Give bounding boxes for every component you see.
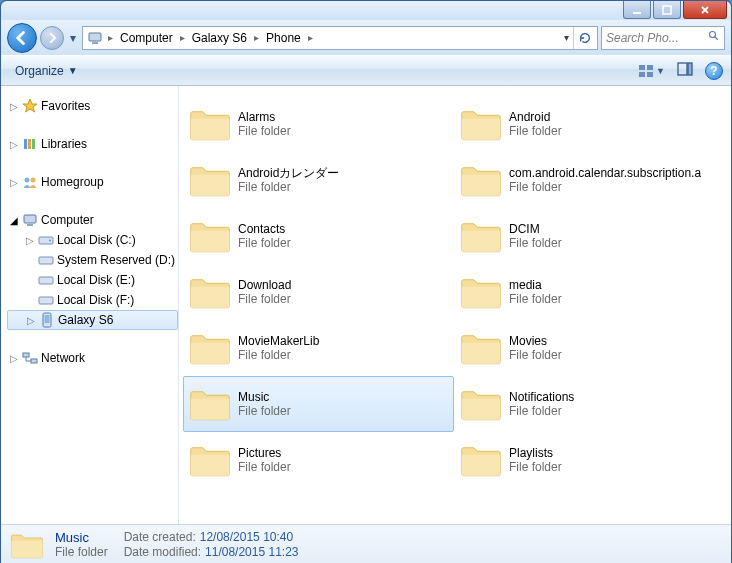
date-modified-value: 11/08/2015 11:23 [205, 545, 298, 559]
svg-rect-8 [647, 72, 653, 77]
expander-icon[interactable]: ▷ [25, 235, 35, 246]
nav-libraries[interactable]: ▷ Libraries [7, 134, 178, 154]
computer-icon [87, 30, 103, 46]
folder-name: Download [238, 278, 291, 292]
folder-item[interactable]: AndroidFile folder [454, 96, 725, 152]
folder-item[interactable]: MoviesFile folder [454, 320, 725, 376]
nav-drive[interactable]: Local Disk (E:) [7, 270, 178, 290]
svg-rect-12 [28, 139, 31, 149]
details-type: File folder [55, 545, 108, 559]
expander-icon[interactable]: ▷ [9, 101, 19, 112]
help-button[interactable]: ? [705, 62, 723, 80]
expander-icon[interactable]: ▷ [9, 139, 19, 150]
folder-item[interactable]: AndroidカレンダーFile folder [183, 152, 454, 208]
navigation-pane: ▷ Favorites ▷ Libraries ▷ [1, 86, 179, 524]
details-name: Music [55, 530, 108, 546]
svg-rect-24 [45, 315, 50, 323]
folder-type: File folder [509, 460, 562, 474]
close-button[interactable] [683, 1, 727, 19]
chevron-right-icon[interactable]: ▸ [105, 32, 116, 43]
svg-point-19 [49, 240, 51, 242]
folder-name: DCIM [509, 222, 562, 236]
folder-item[interactable]: mediaFile folder [454, 264, 725, 320]
svg-rect-7 [639, 72, 645, 77]
refresh-button[interactable] [573, 27, 595, 49]
folder-name: media [509, 278, 562, 292]
nav-device-galaxy-s6[interactable]: ▷ Galaxy S6 [7, 310, 178, 330]
folder-name: Android [509, 110, 562, 124]
computer-icon [22, 212, 38, 228]
drive-icon [38, 272, 54, 288]
history-dropdown[interactable]: ▾ [67, 31, 79, 45]
chevron-right-icon[interactable]: ▸ [305, 32, 316, 43]
folder-type: File folder [238, 124, 291, 138]
folder-item[interactable]: ContactsFile folder [183, 208, 454, 264]
folder-item[interactable]: DCIMFile folder [454, 208, 725, 264]
search-icon [708, 30, 720, 45]
folder-icon [188, 104, 232, 144]
folder-name: Notifications [509, 390, 574, 404]
nav-favorites[interactable]: ▷ Favorites [7, 96, 178, 116]
nav-network[interactable]: ▷ Network [7, 348, 178, 368]
folder-item[interactable]: MovieMakerLibFile folder [183, 320, 454, 376]
svg-rect-0 [633, 12, 641, 14]
folder-icon [188, 272, 232, 312]
folder-name: Playlists [509, 446, 562, 460]
nav-drive[interactable]: System Reserved (D:) [7, 250, 178, 270]
folder-item[interactable]: PlaylistsFile folder [454, 432, 725, 488]
chevron-down-icon: ▼ [656, 66, 665, 76]
nav-homegroup[interactable]: ▷ Homegroup [7, 172, 178, 192]
view-mode-button[interactable]: ▼ [638, 63, 665, 79]
breadcrumb[interactable]: Galaxy S6 [188, 31, 251, 45]
svg-rect-6 [647, 65, 653, 70]
organize-menu[interactable]: Organize ▼ [9, 61, 84, 81]
folder-name: Pictures [238, 446, 291, 460]
address-bar[interactable]: ▸ Computer ▸ Galaxy S6 ▸ Phone ▸ ▾ [82, 26, 598, 50]
search-placeholder: Search Pho... [606, 31, 679, 45]
nav-drive[interactable]: Local Disk (F:) [7, 290, 178, 310]
svg-rect-10 [688, 63, 692, 75]
chevron-right-icon[interactable]: ▸ [251, 32, 262, 43]
drive-icon [38, 232, 54, 248]
folder-icon [188, 384, 232, 424]
breadcrumb[interactable]: Phone [262, 31, 305, 45]
svg-point-4 [710, 32, 716, 38]
chevron-right-icon[interactable]: ▸ [177, 32, 188, 43]
folder-name: com.android.calendar.subscription.a [509, 166, 701, 180]
svg-point-15 [31, 178, 36, 183]
nav-computer[interactable]: ◢ Computer [7, 210, 178, 230]
folder-icon [459, 104, 503, 144]
address-dropdown[interactable]: ▾ [560, 32, 573, 43]
folder-item[interactable]: DownloadFile folder [183, 264, 454, 320]
folder-item[interactable]: NotificationsFile folder [454, 376, 725, 432]
star-icon [22, 98, 38, 114]
folder-icon [9, 529, 45, 561]
minimize-button[interactable] [623, 1, 651, 19]
drive-icon [38, 292, 54, 308]
folder-item[interactable]: com.android.calendar.subscription.aFile … [454, 152, 725, 208]
svg-rect-20 [39, 257, 53, 264]
date-created-label: Date created: [124, 530, 196, 544]
folder-type: File folder [509, 180, 701, 194]
expander-icon[interactable]: ▷ [9, 353, 19, 364]
folder-item[interactable]: AlarmsFile folder [183, 96, 454, 152]
folder-icon [459, 440, 503, 480]
folder-item[interactable]: MusicFile folder [183, 376, 454, 432]
folder-icon [459, 216, 503, 256]
forward-button[interactable] [40, 26, 64, 50]
folder-type: File folder [509, 404, 574, 418]
search-input[interactable]: Search Pho... [601, 26, 725, 50]
back-button[interactable] [7, 23, 37, 53]
folder-item[interactable]: PicturesFile folder [183, 432, 454, 488]
phone-icon [39, 312, 55, 328]
maximize-button[interactable] [653, 1, 681, 19]
svg-rect-1 [663, 6, 671, 14]
file-list: AlarmsFile folderAndroidFile folderAndro… [179, 86, 731, 524]
preview-pane-button[interactable] [677, 61, 693, 80]
expander-icon[interactable]: ▷ [26, 315, 36, 326]
folder-name: Androidカレンダー [238, 166, 339, 180]
expander-icon[interactable]: ◢ [9, 215, 19, 226]
breadcrumb[interactable]: Computer [116, 31, 177, 45]
nav-drive[interactable]: ▷ Local Disk (C:) [7, 230, 178, 250]
expander-icon[interactable]: ▷ [9, 177, 19, 188]
